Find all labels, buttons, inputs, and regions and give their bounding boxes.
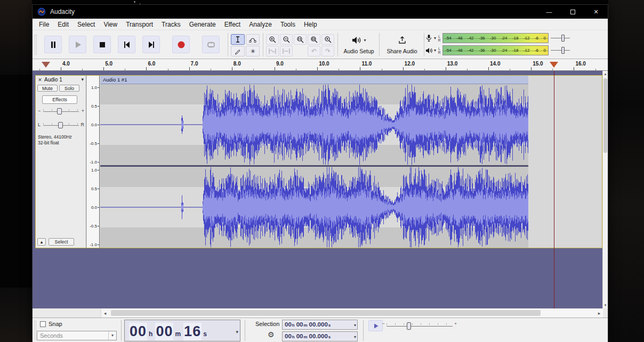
selection-tool-button[interactable] <box>231 34 245 45</box>
mute-button[interactable]: Mute <box>37 85 58 92</box>
time-digit-group[interactable]: 00.000 <box>309 321 328 328</box>
menu-item-help[interactable]: Help <box>300 19 321 30</box>
time-digit-group[interactable]: 16 <box>183 323 202 340</box>
time-digit-group[interactable]: 00 <box>129 323 147 340</box>
menu-item-tools[interactable]: Tools <box>276 19 300 30</box>
playhead-marker-icon[interactable] <box>550 62 558 68</box>
zoom-out-button[interactable] <box>280 34 293 45</box>
solo-button[interactable]: Solo <box>59 85 79 92</box>
selection-settings-gear-icon[interactable]: ⚙ <box>268 330 275 339</box>
empty-track-region[interactable] <box>528 76 602 248</box>
effects-button[interactable]: Effects <box>42 95 77 104</box>
selection-end-field[interactable]: ▾ 00h00m00.000s <box>282 331 358 341</box>
pan-slider-thumb[interactable] <box>58 122 63 128</box>
redo-button[interactable]: ↷ <box>321 46 334 56</box>
audio-position-display[interactable]: ▾ 00h00m16s <box>124 320 240 341</box>
track-name[interactable]: Audio 1 <box>44 77 62 83</box>
draw-tool-button[interactable] <box>231 46 245 56</box>
timeline-ruler[interactable]: 4.05.06.07.08.09.010.011.012.013.014.015… <box>33 59 608 71</box>
play-button[interactable] <box>69 36 86 53</box>
waveform-area[interactable]: Audio 1 #1 <box>100 76 602 248</box>
playback-volume-slider[interactable] <box>550 45 571 55</box>
vertical-scroll-thumb[interactable] <box>603 78 607 153</box>
close-button[interactable]: ✕ <box>584 5 608 19</box>
menu-item-view[interactable]: View <box>99 19 122 30</box>
waveform-channel-left[interactable] <box>100 84 528 165</box>
audio-clip[interactable]: Audio 1 #1 <box>100 76 528 248</box>
timeline-pin-icon[interactable] <box>42 62 50 68</box>
waveform-canvas-right[interactable] <box>100 167 528 248</box>
menu-item-analyze[interactable]: Analyze <box>245 19 276 30</box>
speed-slider-thumb[interactable] <box>407 322 411 330</box>
trim-audio-button[interactable] <box>266 46 279 56</box>
title-bar[interactable]: Audacity — ✕ <box>33 5 608 19</box>
menu-item-transport[interactable]: Transport <box>122 19 157 30</box>
time-digit-group[interactable]: 00 <box>285 321 292 328</box>
recording-meter[interactable]: ▾ LR -54-48-42-36-30-24-18-12-60 <box>425 32 571 44</box>
track-close-button[interactable]: ✕ <box>37 77 43 83</box>
time-digit-group[interactable]: 00 <box>296 333 303 339</box>
pan-slider[interactable]: L R <box>37 121 85 129</box>
menu-item-effect[interactable]: Effect <box>220 19 245 30</box>
gain-slider[interactable]: − + <box>37 108 85 115</box>
pause-button[interactable] <box>44 36 62 53</box>
horizontal-scrollbar[interactable]: ◂ ▸ <box>101 308 603 317</box>
recording-volume-slider[interactable] <box>550 33 571 43</box>
gain-slider-thumb[interactable] <box>57 108 62 115</box>
playback-meter-bar[interactable]: -54-48-42-36-30-24-18-12-60 <box>442 45 549 55</box>
horizontal-scroll-thumb[interactable] <box>111 310 541 316</box>
stop-button[interactable] <box>93 36 111 53</box>
time-digit-group[interactable]: 00 <box>155 323 173 340</box>
fit-selection-button[interactable] <box>294 34 307 45</box>
maximize-button[interactable] <box>561 5 584 19</box>
time-digit-group[interactable]: 00 <box>296 321 303 328</box>
playback-speed-slider[interactable]: − + <box>387 321 453 331</box>
fit-project-button[interactable] <box>308 34 320 45</box>
recording-volume-thumb[interactable] <box>561 35 565 42</box>
zoom-in-button[interactable] <box>266 34 279 45</box>
time-digit-group[interactable]: 00 <box>285 333 292 339</box>
minimize-button[interactable]: — <box>537 5 561 19</box>
waveform-canvas-left[interactable] <box>100 84 528 165</box>
playback-meter[interactable]: ▾ LR -54-48-42-36-30-24-18-12-60 <box>425 45 571 56</box>
loop-button[interactable] <box>202 36 220 53</box>
selection-start-field[interactable]: ▾ 00h00m00.000s <box>282 320 358 330</box>
waveform-channel-right[interactable] <box>100 167 528 248</box>
scroll-up-button[interactable]: ▴ <box>603 71 608 77</box>
audio-setup-button[interactable]: ▾ Audio Setup <box>341 33 377 57</box>
playback-volume-thumb[interactable] <box>561 47 565 54</box>
silence-audio-button[interactable] <box>280 46 293 56</box>
time-format-caret-icon[interactable]: ▾ <box>236 329 238 335</box>
track-area[interactable]: ✕ Audio 1 ▾ Mute Solo Effects − + L <box>33 71 608 308</box>
menu-item-select[interactable]: Select <box>73 19 99 30</box>
selection-start-caret-icon[interactable]: ▾ <box>354 323 356 328</box>
scroll-down-button[interactable]: ▾ <box>603 302 608 308</box>
menu-item-file[interactable]: File <box>35 19 53 30</box>
selection-end-caret-icon[interactable]: ▾ <box>354 335 356 339</box>
toolbar-grip[interactable] <box>34 321 36 340</box>
skip-to-end-button[interactable] <box>142 36 160 53</box>
envelope-tool-button[interactable] <box>246 34 260 45</box>
menu-item-generate[interactable]: Generate <box>185 19 220 30</box>
menu-item-tracks[interactable]: Tracks <box>157 19 185 30</box>
undo-button[interactable]: ↶ <box>308 46 320 56</box>
clip-header[interactable]: Audio 1 #1 <box>100 76 528 84</box>
multi-tool-button[interactable]: ✳ <box>246 46 260 56</box>
scroll-right-button[interactable]: ▸ <box>595 308 603 317</box>
audio-track[interactable]: ✕ Audio 1 ▾ Mute Solo Effects − + L <box>35 75 602 248</box>
vertical-scrollbar[interactable]: ▴ ▾ <box>602 71 608 308</box>
recording-meter-bar[interactable]: -54-48-42-36-30-24-18-12-60 <box>442 33 549 43</box>
collapse-track-button[interactable]: ▴ <box>37 238 46 246</box>
skip-to-start-button[interactable] <box>118 36 135 53</box>
scroll-left-button[interactable]: ◂ <box>101 308 109 317</box>
vertical-ruler[interactable]: 1.00.50.0-0.5-1.0 1.00.50.0-0.5-1.0 <box>87 76 100 248</box>
menu-item-edit[interactable]: Edit <box>53 19 73 30</box>
record-button[interactable] <box>172 36 190 53</box>
share-audio-button[interactable]: Share Audio <box>382 33 422 57</box>
track-menu-caret-icon[interactable]: ▾ <box>81 77 84 82</box>
play-at-speed-button[interactable] <box>368 320 383 331</box>
snap-mode-dropdown[interactable]: Seconds ▾ <box>37 331 117 340</box>
snap-checkbox[interactable] <box>40 321 46 327</box>
toolbar-grip[interactable] <box>35 35 37 55</box>
time-digit-group[interactable]: 00.000 <box>309 333 328 339</box>
